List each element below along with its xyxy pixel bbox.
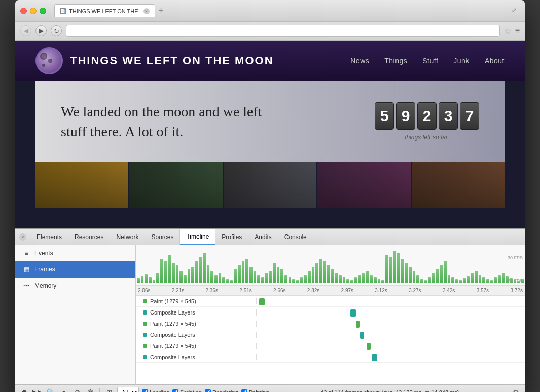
block-1-0 [350, 309, 356, 317]
nav-stuff[interactable]: Stuff [422, 57, 438, 65]
table-row: Paint (1279 × 545) [136, 340, 525, 351]
clear-button[interactable]: ▶▶ [32, 387, 43, 393]
tab-title: THINGS WE LEFT ON THE [69, 8, 138, 14]
sidebar-memory[interactable]: 〜 Memory [15, 278, 135, 294]
nav-news[interactable]: News [350, 57, 369, 65]
tick-3: 2.51s [239, 288, 251, 293]
table-row: Composite Layers [136, 329, 525, 340]
fps-bar [494, 277, 497, 283]
painting-filter[interactable]: Painting [241, 389, 269, 393]
thumb-1[interactable] [35, 162, 128, 208]
fps-bar [257, 275, 260, 283]
table-row: Composite Layers [136, 307, 525, 318]
stats-text: 42 of 114 frames shown (avg: 43.130 ms, … [272, 389, 508, 393]
title-bar: 📄 THINGS WE LEFT ON THE × + ⤢ [15, 0, 525, 22]
tab-audits[interactable]: Audits [248, 229, 278, 245]
forward-button[interactable]: ▶ [35, 25, 47, 36]
fps-60-label: 60 FPS [508, 278, 523, 283]
thumb-4[interactable] [317, 162, 410, 208]
nav-about[interactable]: About [485, 57, 505, 65]
row-content-1 [257, 308, 525, 317]
filter-select[interactable]: All [117, 387, 139, 393]
table-row: Paint (1279 × 545) [136, 318, 525, 329]
row-text-0: Paint (1279 × 545) [150, 298, 196, 304]
url-input[interactable]: css3exp.com/moon/ [66, 25, 500, 37]
bookmark-icon[interactable]: ☆ [504, 26, 511, 36]
block-2-0 [356, 321, 360, 328]
fps-bar [502, 273, 505, 283]
fps-bar [393, 251, 396, 283]
painting-label: Painting [249, 389, 269, 393]
rendering-filter[interactable]: Rendering [205, 389, 238, 393]
rendering-checkbox[interactable] [205, 389, 211, 393]
thumb-3[interactable] [224, 162, 316, 208]
fps-bar [370, 275, 373, 283]
browser-tab[interactable]: 📄 THINGS WE LEFT ON THE × [54, 4, 155, 17]
fps-bar [440, 265, 443, 283]
gear-icon[interactable]: ⚙ [511, 387, 521, 393]
fps-bar [385, 255, 388, 283]
mode-button[interactable]: ⊞ [104, 387, 114, 393]
fps-bar [188, 269, 191, 283]
tick-8: 3.27s [409, 288, 421, 293]
tab-resources[interactable]: Resources [68, 229, 110, 245]
tab-elements[interactable]: Elements [30, 229, 68, 245]
fps-bar [289, 277, 292, 283]
search-button[interactable]: 🔍 [46, 387, 56, 393]
record-button[interactable]: ⏺ [19, 387, 29, 393]
tab-sources[interactable]: Sources [145, 229, 180, 245]
tab-console[interactable]: Console [278, 229, 313, 245]
row-label-4: Paint (1279 × 545) [136, 343, 257, 349]
devtools-close-button[interactable]: × [19, 233, 26, 241]
sidebar-frames-label: Frames [34, 266, 55, 273]
row-dot-3 [143, 333, 147, 337]
nav-junk[interactable]: Junk [453, 57, 470, 65]
thumb-2[interactable] [129, 162, 222, 208]
fps-bar [362, 273, 365, 283]
scripting-filter[interactable]: Scripting [172, 389, 202, 393]
nav-things[interactable]: Things [384, 57, 407, 65]
loading-filter[interactable]: Loading [142, 389, 169, 393]
menu-icon[interactable]: ≡ [515, 26, 520, 35]
stop-button[interactable]: ⊘ [72, 387, 82, 393]
new-tab-button[interactable]: + [155, 5, 167, 17]
row-content-4 [257, 341, 525, 350]
traffic-lights [20, 8, 46, 14]
tab-close-icon[interactable]: × [143, 8, 150, 14]
scripting-label: Scripting [180, 389, 202, 393]
fps-bar [242, 261, 245, 283]
tab-profiles[interactable]: Profiles [215, 229, 248, 245]
refresh-button[interactable]: ↻ [51, 25, 62, 36]
sidebar-frames[interactable]: ▦ Frames [15, 261, 135, 278]
fps-bar [265, 273, 268, 283]
back-button[interactable]: ◀ [20, 25, 31, 36]
scripting-checkbox[interactable] [172, 389, 178, 393]
fps-bar [195, 261, 198, 283]
digit-3: 3 [439, 102, 458, 130]
row-text-3: Composite Layers [150, 332, 195, 338]
row-content-3 [257, 330, 525, 339]
timeline-chart-area: 30 FPS 60 FPS 2.06s 2.21s 2.36s 2.51s 2.… [136, 245, 525, 384]
maximize-button[interactable] [40, 8, 46, 14]
close-button[interactable] [20, 8, 27, 14]
loading-checkbox[interactable] [142, 389, 148, 393]
fps-bar [354, 277, 357, 283]
row-text-1: Composite Layers [150, 309, 195, 316]
browser-window: 📄 THINGS WE LEFT ON THE × + ⤢ ◀ ▶ ↻ css3… [15, 0, 525, 392]
counter-digits: 5 9 2 3 7 [375, 102, 479, 130]
tab-network[interactable]: Network [110, 229, 145, 245]
trash-button[interactable]: 🗑 [85, 387, 95, 393]
minimize-button[interactable] [30, 8, 37, 14]
row-text-4: Paint (1279 × 545) [150, 343, 196, 349]
fps-bar [331, 269, 334, 283]
tab-timeline[interactable]: Timeline [180, 229, 215, 245]
painting-checkbox[interactable] [241, 389, 247, 393]
tick-2: 2.36s [206, 288, 218, 293]
fps-bar [245, 259, 248, 283]
table-row: Composite Layers [136, 351, 525, 363]
sidebar-events[interactable]: ≡ Events [15, 245, 135, 261]
fps-bar [261, 277, 264, 283]
fps-bar [323, 261, 327, 283]
thumb-5[interactable] [412, 162, 505, 208]
circle-button[interactable]: ● [59, 387, 69, 393]
